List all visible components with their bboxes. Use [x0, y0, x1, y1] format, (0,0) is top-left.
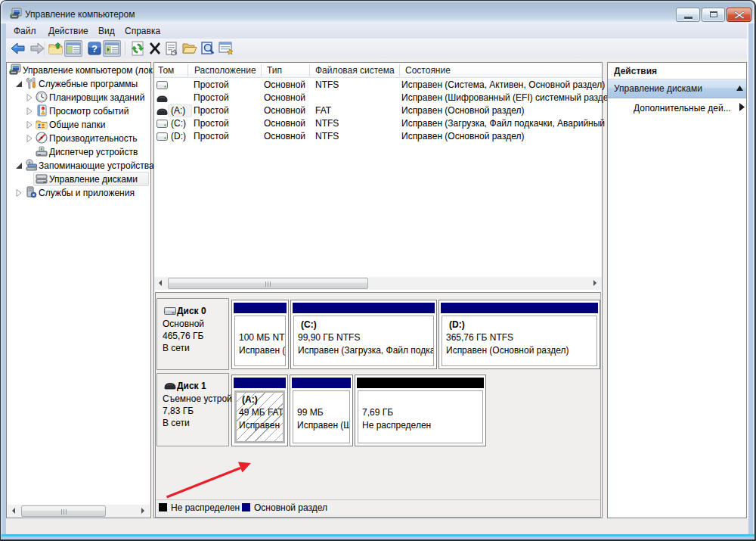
column-volume[interactable]: Том: [158, 65, 174, 76]
column-location[interactable]: Расположение: [194, 65, 256, 76]
collapsed-icon[interactable]: [26, 107, 33, 115]
column-separator[interactable]: [187, 64, 188, 76]
column-filesystem[interactable]: Файловая система: [315, 65, 395, 76]
delete-button[interactable]: [147, 41, 163, 56]
tree-item-device-manager[interactable]: Диспетчер устройств: [7, 145, 150, 159]
partition-size: 99 МБ: [297, 407, 324, 418]
disk0-partition-system[interactable]: 100 МБ NTFS Исправен (Система, Активен, …: [231, 300, 289, 369]
disk1-partition-efi[interactable]: 99 МБ Исправен (Шифрованный (EFI) систем…: [290, 375, 353, 446]
tools-icon: [25, 77, 37, 89]
volume-location: Простой: [194, 119, 229, 129]
volume-type: Основной: [264, 132, 305, 141]
disk1-header[interactable]: Диск 1 Съемное устройство 7,83 ГБ В сети: [156, 373, 229, 446]
volume-fs: NTFS: [315, 132, 339, 141]
volume-table-header: Том Расположение Тип Файловая система Со…: [154, 63, 602, 78]
volume-status: Исправен (Система, Активен, Основной раз…: [401, 80, 600, 90]
partition-color-band: [292, 378, 351, 388]
legend-separator: [156, 499, 600, 500]
collapsed-icon[interactable]: [26, 135, 33, 142]
tree-item-label: Просмотр событий: [49, 106, 129, 117]
forward-button[interactable]: [29, 41, 45, 56]
partition-body: (C:) 99,90 ГБ NTFS Исправен (Загрузка, Ф…: [293, 316, 434, 366]
column-separator[interactable]: [399, 64, 400, 76]
column-separator[interactable]: [261, 64, 262, 76]
volume-light-icon: [156, 81, 168, 89]
back-button[interactable]: [11, 41, 26, 56]
annotation-arrow: [155, 450, 306, 507]
volume-location: Простой: [194, 80, 229, 90]
column-separator[interactable]: [309, 64, 310, 76]
help-button[interactable]: ?: [87, 41, 102, 56]
disk0-header[interactable]: Диск 0 Основной 465,76 ГБ В сети: [156, 298, 229, 370]
tree-item-disk-management[interactable]: Управление дисками: [7, 173, 150, 186]
scrollbar-thumb[interactable]: [21, 505, 106, 517]
volume-table-horizontal-scrollbar[interactable]: [154, 277, 602, 290]
volume-row[interactable]: (A:) Простой Основной FAT Исправен (Осно…: [154, 104, 602, 117]
volume-row[interactable]: (C:) Простой Основной NTFS Исправен (Заг…: [154, 117, 602, 130]
actions-more-item[interactable]: Дополнительные дей...: [608, 98, 746, 117]
tree-item-shared-folders[interactable]: Общие папки: [7, 118, 150, 132]
scroll-left-icon[interactable]: [159, 280, 162, 286]
volume-row[interactable]: Простой Основной Исправен (Шифрованный (…: [154, 92, 602, 104]
performance-icon: [36, 132, 48, 144]
find-button[interactable]: [200, 41, 215, 56]
disk-management-icon: [36, 173, 48, 185]
disk0-partition-c[interactable]: (C:) 99,90 ГБ NTFS Исправен (Загрузка, Ф…: [290, 300, 437, 369]
tree-item-services-applications[interactable]: Службы и приложения: [7, 186, 150, 200]
tree-item-computer-management[interactable]: Управление компьютером (локальным): [7, 64, 150, 77]
menu-view[interactable]: Вид: [98, 26, 115, 36]
scrollbar-grip: [61, 509, 67, 515]
volume-dark-icon: [156, 94, 168, 102]
legend-primary-swatch: [242, 503, 250, 511]
menu-help[interactable]: Справка: [125, 26, 160, 36]
refresh-button[interactable]: [130, 41, 145, 56]
column-status[interactable]: Состояние: [405, 65, 451, 76]
expanded-icon[interactable]: [15, 162, 23, 169]
menu-action[interactable]: Действие: [48, 26, 88, 36]
volume-location: Простой: [194, 93, 229, 103]
legend-primary-label: Основной раздел: [254, 502, 327, 513]
volume-row[interactable]: (D:) Простой Основной NTFS Исправен (Осн…: [154, 130, 602, 143]
tree-item-storage[interactable]: Запоминающие устройства: [7, 159, 150, 173]
tree-horizontal-scrollbar[interactable]: [8, 505, 150, 518]
scroll-left-icon[interactable]: [12, 508, 15, 514]
manage-button[interactable]: [218, 41, 234, 56]
toolbar: ?: [6, 39, 748, 59]
volume-name: (C:): [171, 119, 186, 129]
actions-group-header[interactable]: Управление дисками: [608, 79, 746, 98]
tree-item-performance[interactable]: Производительность: [7, 132, 150, 145]
show-action-pane-toggle[interactable]: [103, 40, 121, 57]
scroll-right-icon[interactable]: [141, 508, 144, 514]
column-type[interactable]: Тип: [267, 65, 282, 76]
up-folder-button[interactable]: [48, 41, 64, 56]
disk1-unallocated[interactable]: 7,69 ГБ Не распределен: [355, 375, 486, 446]
volume-type: Основной: [264, 80, 305, 90]
collapsed-icon[interactable]: [15, 189, 23, 197]
scrollbar-thumb[interactable]: [168, 278, 368, 289]
expanded-icon[interactable]: [15, 80, 23, 88]
collapse-icon[interactable]: [736, 86, 743, 92]
actions-panel: [607, 62, 747, 518]
open-folder-button[interactable]: [182, 41, 197, 56]
properties-button[interactable]: [164, 41, 179, 56]
collapsed-icon[interactable]: [26, 121, 33, 129]
computer-icon: [9, 64, 21, 76]
disk0-partition-d[interactable]: (D:) 365,76 ГБ NTFS Исправен (Основной р…: [438, 300, 600, 369]
tree-item-label: Управление дисками: [49, 174, 138, 185]
submenu-arrow-icon[interactable]: [739, 103, 745, 111]
tree-item-label: Общие папки: [49, 120, 105, 130]
menu-file[interactable]: Файл: [14, 26, 36, 36]
collapsed-icon[interactable]: [26, 94, 33, 101]
tree-item-task-scheduler[interactable]: Планировщик заданий: [7, 91, 150, 104]
disk1-partition-a[interactable]: (A:) 49 МБ FAT Исправен: [231, 375, 288, 446]
volume-light-icon: [156, 132, 168, 141]
volume-status: Исправен (Загрузка, Файл подкачки, Авари…: [401, 119, 600, 129]
volume-row[interactable]: Простой Основной NTFS Исправен (Система,…: [154, 79, 602, 92]
tree-item-event-viewer[interactable]: Просмотр событий: [7, 104, 150, 118]
disk-size: 7,83 ГБ: [163, 406, 232, 416]
scroll-right-icon[interactable]: [593, 280, 596, 286]
tree-item-system-tools[interactable]: Служебные программы: [7, 77, 150, 91]
show-console-tree-toggle[interactable]: [64, 40, 82, 57]
partition-color-band: [234, 303, 287, 313]
volume-location: Простой: [194, 106, 229, 116]
